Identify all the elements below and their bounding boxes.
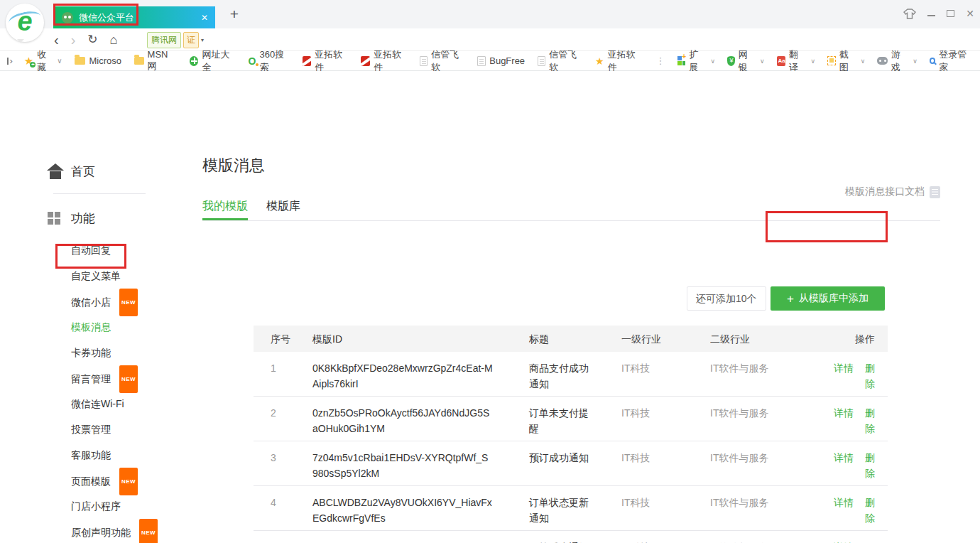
tool-dropdown-icon: ∨ xyxy=(861,58,866,65)
sidebar-item[interactable]: 微信小店 NEW xyxy=(0,289,201,314)
sidebar-item[interactable]: 微信连Wi-Fi NEW xyxy=(0,391,201,416)
sidebar-menu: 自动回复 NEW 自定义菜单 NEW 微信小店 NEW 模板消息 NEW 卡券功… xyxy=(0,237,201,543)
delete-link[interactable]: 删除 xyxy=(865,362,875,389)
bookmarks-bar: › ★ 收藏 ∨ Microso MSN 网 网址大全 360搜索 亚拓软件 亚… xyxy=(0,51,980,71)
bookmark-item[interactable]: BugFree xyxy=(477,55,525,66)
sidebar-item-home[interactable]: 首页 xyxy=(71,163,95,180)
favorites-menu[interactable]: ★ 收藏 ∨ xyxy=(24,48,62,74)
header-template-id: 模版ID xyxy=(312,331,529,347)
new-badge: NEW xyxy=(119,468,138,495)
cell-industry1: IT科技 xyxy=(621,405,710,421)
tab-close-icon[interactable]: ✕ xyxy=(201,13,208,23)
bookmark-icon xyxy=(190,56,199,66)
close-button[interactable]: ✕ xyxy=(966,7,974,20)
bookmark-item[interactable]: 亚拓软件 xyxy=(361,48,407,74)
bookmarks-overflow-icon[interactable]: ⋮ xyxy=(656,55,665,66)
bookmark-label: 信管飞软 xyxy=(431,48,464,74)
features-grid-icon xyxy=(48,212,60,225)
bookmark-icon xyxy=(420,56,428,66)
sidebar-item-label: 卡券功能 xyxy=(71,347,111,358)
sidebar-item[interactable]: 投票管理 NEW xyxy=(0,416,201,442)
home-icon[interactable]: ⌂ xyxy=(110,33,118,46)
bookmark-item[interactable]: 网址大全 xyxy=(190,48,236,74)
add-from-library-button[interactable]: + 从模版库中添加 xyxy=(771,286,885,311)
delete-link[interactable]: 删除 xyxy=(865,452,875,479)
tool-icon xyxy=(727,56,735,66)
sidebar-section-features[interactable]: 功能 xyxy=(71,210,95,227)
refresh-icon[interactable]: ↻ xyxy=(87,33,97,45)
cell-index: 4 xyxy=(254,495,312,510)
tool-icon xyxy=(777,56,786,66)
tool-label: 截图 xyxy=(839,48,856,74)
sidebar-item[interactable]: 原创声明功能 NEW xyxy=(0,519,201,543)
sidebar-item-label: 原创声明功能 xyxy=(71,527,131,538)
wechat-favicon-icon xyxy=(62,12,73,23)
bookmark-item[interactable]: 360搜索 xyxy=(249,48,290,74)
sidebar-item-label: 投票管理 xyxy=(71,424,111,435)
new-badge: NEW xyxy=(119,289,138,316)
bookmark-label: Microso xyxy=(89,55,121,66)
tab-item[interactable]: 模版库 xyxy=(266,199,300,214)
detail-link[interactable]: 详情 xyxy=(834,452,854,463)
bookmarks-expand-icon[interactable]: › xyxy=(7,55,13,66)
tool-item[interactable]: 登录管家 ∨ xyxy=(930,48,973,74)
sidebar-item[interactable]: 留言管理 NEW xyxy=(0,365,201,391)
bookmark-item[interactable]: MSN 网 xyxy=(134,49,177,72)
window-controls: ✕ xyxy=(903,7,974,20)
cell-index: 3 xyxy=(254,450,312,466)
bookmark-label: BugFree xyxy=(489,55,525,66)
bookmark-item[interactable]: 信管飞软 xyxy=(420,48,464,74)
sidebar-item[interactable]: 客服功能 NEW xyxy=(0,442,201,468)
site-verification-badges: 腾讯网 证 ▾ xyxy=(147,32,204,48)
tool-item[interactable]: 网银 ∨ xyxy=(727,48,765,74)
cell-industry2: IT软件与服务 xyxy=(710,495,820,510)
sidebar-item[interactable]: 卡券功能 NEW xyxy=(0,340,201,365)
minimize-button[interactable] xyxy=(927,7,935,20)
cell-actions: 详情 删除 xyxy=(820,405,888,436)
api-doc-link[interactable]: 模版消息接口文档 xyxy=(845,186,940,198)
sidebar-item[interactable]: 模板消息 NEW xyxy=(0,314,201,340)
skin-shirt-icon[interactable] xyxy=(903,9,916,19)
table-row: 3 7z04m5v1cRbai1EHDsV-XYRQtpfWf_S980sSp5… xyxy=(254,441,888,486)
site-name-badge[interactable]: 腾讯网 xyxy=(147,32,181,48)
detail-link[interactable]: 详情 xyxy=(834,362,854,374)
cert-dropdown-icon[interactable]: ▾ xyxy=(201,37,204,43)
cell-title: 订单状态更新通知 xyxy=(529,495,621,526)
browser-tab[interactable]: 微信公众平台 ✕ xyxy=(53,6,215,28)
browser-logo[interactable]: e xyxy=(6,4,44,42)
maximize-button[interactable] xyxy=(947,7,954,20)
cell-template-id: ABCLWDBZu2VAy8VUOkXI6YV_HiavFxEGdkcwrFgV… xyxy=(312,495,529,526)
api-doc-label: 模版消息接口文档 xyxy=(845,186,925,198)
tab-item[interactable]: 我的模版 xyxy=(202,199,248,214)
bookmark-item[interactable]: 亚拓软件 xyxy=(595,48,641,74)
template-table: 序号 模版ID 标题 一级行业 二级行业 操作 1 0K8KkBpfXFDeo2… xyxy=(254,326,888,543)
cell-title: 商品支付成功通知 xyxy=(529,360,621,392)
cert-badge[interactable]: 证 xyxy=(183,32,199,48)
sidebar-item[interactable]: 门店小程序 NEW xyxy=(0,493,201,519)
new-tab-button[interactable]: + xyxy=(226,6,243,23)
delete-link[interactable]: 删除 xyxy=(865,497,875,524)
forward-icon[interactable]: › xyxy=(71,33,76,47)
page-title: 模版消息 xyxy=(202,155,265,176)
tool-item[interactable]: 扩展 ∨ xyxy=(677,48,715,74)
cell-index: 5 xyxy=(254,539,312,543)
bookmark-item[interactable]: Microso xyxy=(75,55,121,66)
sidebar-item[interactable]: 页面模版 NEW xyxy=(0,468,201,493)
sidebar-item[interactable]: 自定义菜单 NEW xyxy=(0,263,201,289)
browser-tools: 扩展 ∨ 网银 ∨ 翻译 ∨ 截图 ∨ 游戏 ∨ 登录管家 ∨ xyxy=(665,48,973,74)
tool-item[interactable]: 翻译 ∨ xyxy=(777,48,815,74)
bookmark-item[interactable]: 亚拓软件 xyxy=(303,48,349,74)
tool-item[interactable]: 截图 ∨ xyxy=(827,48,865,74)
header-title: 标题 xyxy=(529,331,621,347)
detail-link[interactable]: 详情 xyxy=(834,407,854,419)
tool-item[interactable]: 游戏 ∨ xyxy=(877,48,917,74)
bookmark-item[interactable]: 信管飞软 xyxy=(538,48,582,74)
bookmark-label: 亚拓软件 xyxy=(374,48,407,74)
delete-link[interactable]: 删除 xyxy=(865,407,875,434)
document-icon xyxy=(930,186,940,198)
sidebar-item-label: 自动回复 xyxy=(71,244,111,256)
sidebar-item[interactable]: 自动回复 NEW xyxy=(0,237,201,263)
back-icon[interactable]: ‹ xyxy=(54,33,59,47)
header-industry1: 一级行业 xyxy=(621,331,710,347)
detail-link[interactable]: 详情 xyxy=(834,497,854,508)
